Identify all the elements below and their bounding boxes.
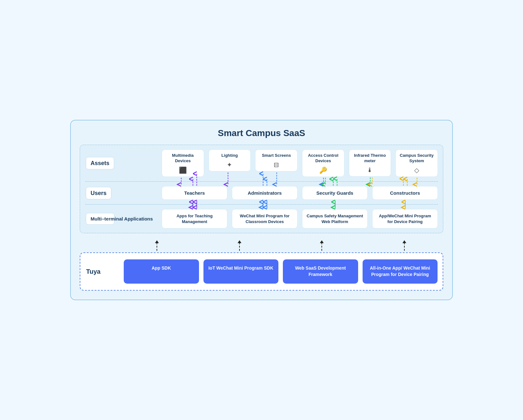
asset-lighting-title: Lighting xyxy=(213,153,247,158)
app-safety-web: Campus Safety Management Web Platform xyxy=(302,209,368,228)
asset-card-security: Campus Security System ◇ xyxy=(395,149,438,177)
tuya-app-sdk: App SDK xyxy=(124,259,199,283)
arrow-slot-4 xyxy=(365,240,444,251)
asset-card-thermo: Infrared Thermo meter 🌡 xyxy=(349,149,391,177)
apps-row: Apps for Teaching Management WeChat Mini… xyxy=(162,209,438,228)
asset-access-title: Access Control Devices xyxy=(306,153,340,164)
up-arrow-4 xyxy=(402,240,406,251)
user-administrators: Administrators xyxy=(232,186,298,200)
arrow-line-1 xyxy=(157,243,157,251)
smartscreens-icon: ⊟ xyxy=(259,161,293,169)
asset-smartscreens-title: Smart Screens xyxy=(259,153,293,158)
asset-card-access: Access Control Devices 🔑 xyxy=(302,149,344,177)
arrow-slot-1 xyxy=(118,240,196,251)
tuya-cards-row: App SDK IoT WeChat Mini Program SDK Web … xyxy=(124,259,438,283)
apps-label: Multi–terminal Applications xyxy=(86,213,114,225)
apps-section: Multi–terminal Applications Apps for Tea… xyxy=(80,205,443,233)
asset-card-lighting: Lighting ✦ xyxy=(209,149,251,171)
lighting-icon: ✦ xyxy=(213,161,247,169)
assets-section: Assets Multimedia Devices ⬛ Lighting ✦ S… xyxy=(80,145,443,181)
thermo-icon: 🌡 xyxy=(353,166,387,174)
tuya-label: Tuya xyxy=(86,268,100,275)
user-security-guards: Security Guards xyxy=(302,186,368,200)
up-arrow-1 xyxy=(155,240,159,251)
arrow-line-4 xyxy=(404,243,405,251)
assets-label: Assets xyxy=(86,157,114,170)
app-wechat-classroom: WeChat Mini Program for Classroom Device… xyxy=(232,209,298,228)
users-row: Teachers Administrators Security Guards … xyxy=(162,186,438,200)
assets-row: Multimedia Devices ⬛ Lighting ✦ Smart Sc… xyxy=(162,149,438,177)
tuya-web-saas: Web SaaS Development Framework xyxy=(283,259,358,283)
asset-thermo-title: Infrared Thermo meter xyxy=(353,153,387,164)
up-arrow-2 xyxy=(238,240,241,251)
user-constructors: Constructors xyxy=(372,186,438,200)
users-section: Users Teachers Administrators Security G… xyxy=(80,182,443,204)
asset-card-multimedia: Multimedia Devices ⬛ xyxy=(162,149,204,177)
tuya-section: Tuya App SDK IoT WeChat Mini Program SDK… xyxy=(80,252,443,290)
asset-card-smartscreens: Smart Screens ⊟ xyxy=(255,149,298,171)
app-teaching: Apps for Teaching Management xyxy=(162,209,227,228)
arrow-slot-3 xyxy=(283,240,361,251)
multimedia-icon: ⬛ xyxy=(166,166,200,174)
main-title: Smart Campus SaaS xyxy=(80,128,443,138)
access-icon: 🔑 xyxy=(306,166,340,174)
arrow-line-3 xyxy=(321,243,322,251)
asset-multimedia-title: Multimedia Devices xyxy=(166,153,200,164)
between-arrows xyxy=(118,238,443,252)
up-arrow-3 xyxy=(320,240,324,251)
outer-container: Smart Campus SaaS Assets Multimedia Devi… xyxy=(70,120,453,300)
security-icon: ◇ xyxy=(400,166,434,174)
user-teachers: Teachers xyxy=(162,186,227,200)
tuya-iot-wechat: IoT WeChat Mini Program SDK xyxy=(203,259,279,283)
arrow-line-2 xyxy=(239,243,240,251)
app-device-pairing: App/WeChat Mini Program for Device Pairi… xyxy=(372,209,438,228)
arrow-slot-2 xyxy=(201,240,279,251)
main-sections-wrapper: Assets Multimedia Devices ⬛ Lighting ✦ S… xyxy=(80,145,443,233)
users-label: Users xyxy=(86,187,111,199)
tuya-allinone: All-in-One App/ WeChat Mini Program for … xyxy=(363,259,438,283)
asset-security-title: Campus Security System xyxy=(400,153,434,164)
